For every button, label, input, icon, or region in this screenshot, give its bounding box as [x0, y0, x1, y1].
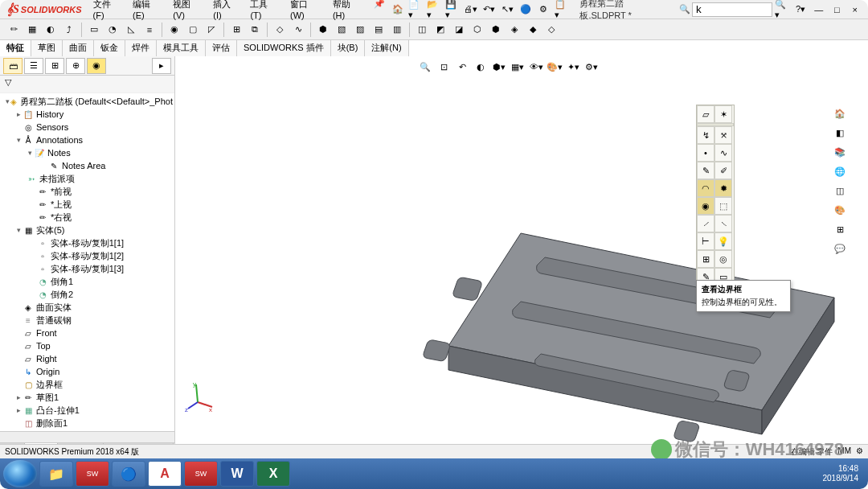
- undo-icon[interactable]: ↶▾: [481, 2, 497, 18]
- tree-hscroll[interactable]: [0, 431, 174, 442]
- qb-sketch-icon[interactable]: ✏: [5, 21, 23, 39]
- menu-window[interactable]: 窗口(W): [285, 0, 325, 23]
- ribbon-tab-sheetmetal[interactable]: 钣金: [94, 40, 125, 56]
- print-icon[interactable]: 🖨▾: [462, 2, 479, 18]
- settings-icon[interactable]: 📋▾: [554, 2, 571, 18]
- tp-view-palette-icon[interactable]: ◫: [831, 182, 849, 199]
- save-icon[interactable]: 💾▾: [444, 2, 461, 18]
- section-view-icon[interactable]: ◐: [472, 58, 489, 76]
- 3d-viewport[interactable]: 🔍 ⊡ ↶ ◐ ⬢▾ ▦▾ 👁▾ 🎨▾ ✦▾ ⚙▾: [175, 56, 868, 458]
- qb-mirror-icon[interactable]: ⧉: [246, 21, 264, 39]
- fp-weld-icon[interactable]: ⟍: [714, 215, 732, 232]
- qb-misc11-icon[interactable]: ◆: [524, 21, 542, 39]
- menu-help[interactable]: 帮助(H): [328, 0, 366, 23]
- ribbon-tab-moldtools[interactable]: 模具工具: [157, 40, 206, 56]
- tp-design-lib-icon[interactable]: 📚: [831, 143, 849, 161]
- appearance-icon[interactable]: 🎨▾: [546, 58, 563, 76]
- qb-misc2-icon[interactable]: ▨: [351, 21, 369, 39]
- qb-misc5-icon[interactable]: ◫: [413, 21, 431, 39]
- fp-grid-icon[interactable]: ⊞: [697, 250, 714, 268]
- fp-origin-icon[interactable]: ↯: [697, 126, 714, 144]
- fp-csys-icon[interactable]: ⤧: [714, 126, 732, 144]
- rebuild-icon[interactable]: 🔵: [517, 2, 534, 18]
- zoom-area-icon[interactable]: ⊡: [435, 58, 452, 76]
- menu-tools[interactable]: 工具(T): [245, 0, 282, 23]
- view-settings-icon[interactable]: ⚙▾: [583, 58, 600, 76]
- fp-partinglines-icon[interactable]: ◠: [697, 179, 714, 197]
- help-icon[interactable]: ?▾: [792, 2, 809, 18]
- menu-edit[interactable]: 编辑(E): [128, 0, 165, 23]
- status-gear-icon[interactable]: ⚙: [856, 446, 863, 458]
- fp-bulb-icon[interactable]: ◎: [714, 250, 732, 268]
- hide-show-icon[interactable]: 👁▾: [527, 58, 545, 76]
- ribbon-tab-weldment[interactable]: 焊件: [125, 40, 157, 56]
- ribbon-tab-sketch[interactable]: 草图: [31, 40, 63, 56]
- zoom-fit-icon[interactable]: 🔍: [416, 58, 434, 76]
- ribbon-tab-surface[interactable]: 曲面: [63, 40, 94, 56]
- scene-icon[interactable]: ✦▾: [564, 58, 582, 76]
- fp-3dsketch-icon[interactable]: ✐: [714, 162, 732, 179]
- taskbar-autocad-icon[interactable]: A: [148, 461, 182, 487]
- display-tab-icon[interactable]: ◉: [87, 58, 106, 74]
- open-icon[interactable]: 📂▾: [426, 2, 443, 18]
- taskbar-excel-icon[interactable]: X: [256, 461, 290, 487]
- taskbar-sw-icon[interactable]: SW: [76, 461, 109, 487]
- taskbar-explorer-icon[interactable]: 📁: [39, 461, 73, 487]
- fp-dim1-icon[interactable]: ⊢: [697, 232, 714, 250]
- ribbon-tab-features[interactable]: 特征: [0, 40, 31, 56]
- qb-sweep-icon[interactable]: ⤴: [60, 21, 78, 39]
- tp-file-explorer-icon[interactable]: 🌐: [831, 162, 849, 180]
- dimxpert-tab-icon[interactable]: ⊕: [66, 58, 85, 74]
- home-icon[interactable]: 🏠: [390, 2, 407, 18]
- fp-cameras-icon[interactable]: ◉: [697, 197, 714, 215]
- qb-rib-icon[interactable]: ≡: [141, 21, 158, 39]
- cursor-icon[interactable]: ↖▾: [499, 2, 516, 18]
- fp-liverend-icon[interactable]: ⟋: [697, 215, 714, 232]
- qb-extrude-icon[interactable]: ▦: [23, 21, 41, 39]
- fp-decals-icon[interactable]: ⬚: [714, 197, 732, 215]
- qb-misc1-icon[interactable]: ▧: [333, 21, 350, 39]
- qb-shell-icon[interactable]: ▢: [184, 21, 202, 39]
- more-tab-icon[interactable]: ▸: [152, 58, 171, 74]
- search-input[interactable]: [692, 2, 772, 17]
- start-button[interactable]: [3, 460, 37, 487]
- qb-hole-icon[interactable]: ◉: [166, 21, 183, 39]
- taskbar-media-icon[interactable]: 🔵: [112, 461, 145, 487]
- config-tab-icon[interactable]: ⊞: [45, 58, 64, 74]
- menu-view[interactable]: 视图(V): [168, 0, 205, 23]
- qb-misc12-icon[interactable]: ◇: [542, 21, 560, 39]
- display-style-icon[interactable]: ▦▾: [509, 58, 526, 76]
- qb-cut-icon[interactable]: ▭: [85, 21, 103, 39]
- qb-chamfer-icon[interactable]: ◺: [122, 21, 140, 39]
- qb-misc10-icon[interactable]: ◈: [506, 21, 523, 39]
- qb-pattern-icon[interactable]: ⊞: [227, 21, 245, 39]
- qb-revolve-icon[interactable]: ◐: [42, 21, 59, 39]
- qb-misc9-icon[interactable]: ⬢: [487, 21, 505, 39]
- fp-points-icon[interactable]: •: [697, 144, 714, 162]
- ribbon-tab-addins[interactable]: SOLIDWORKS 插件: [237, 40, 331, 56]
- fp-planes-icon[interactable]: ▱: [697, 105, 714, 123]
- filter-icon[interactable]: ▽: [5, 77, 16, 88]
- ribbon-tab-evaluate[interactable]: 评估: [206, 40, 237, 56]
- qb-fillet-icon[interactable]: ◔: [104, 21, 121, 39]
- menu-pin-icon[interactable]: 📌: [369, 0, 390, 23]
- fp-curves-icon[interactable]: ∿: [714, 144, 732, 162]
- menu-file[interactable]: 文件(F): [88, 0, 125, 23]
- fp-lights-icon[interactable]: ✹: [714, 179, 732, 197]
- tp-appearances-icon[interactable]: 🎨: [831, 201, 849, 219]
- options-icon[interactable]: ⚙: [535, 2, 552, 18]
- qb-misc7-icon[interactable]: ◪: [450, 21, 468, 39]
- system-tray[interactable]: 16:48 2018/9/14: [823, 464, 866, 483]
- tp-forum-icon[interactable]: 💬: [831, 240, 849, 257]
- qb-curves-icon[interactable]: ∿: [289, 21, 307, 39]
- tp-custom-props-icon[interactable]: ⊞: [831, 220, 849, 238]
- new-doc-icon[interactable]: 📄▾: [407, 2, 424, 18]
- maximize-button[interactable]: □: [829, 2, 845, 17]
- search-go-icon[interactable]: 🔍▾: [774, 2, 791, 18]
- fp-dim2-icon[interactable]: 💡: [714, 232, 732, 250]
- taskbar-sw2-icon[interactable]: SW: [184, 461, 218, 487]
- tp-resources-icon[interactable]: ◧: [831, 124, 849, 142]
- qb-ref-geom-icon[interactable]: ◇: [271, 21, 289, 39]
- qb-misc4-icon[interactable]: ▥: [388, 21, 406, 39]
- view-orient-icon[interactable]: ⬢▾: [490, 58, 508, 76]
